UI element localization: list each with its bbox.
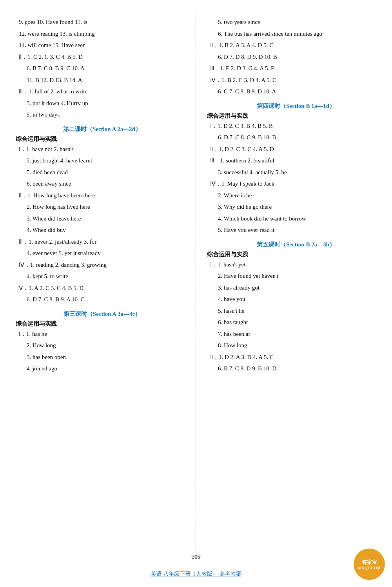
s5-I-5: 5. hasn't he (207, 306, 385, 316)
r-5: 5. two years since (207, 17, 385, 27)
watermark-line2: MXQE.COM (358, 566, 381, 570)
s5-I-4: 4. have you (207, 294, 385, 304)
section2-title: 第二课时（Section A 2a—2d） (16, 126, 189, 133)
s2-I-6: 6. been away since (16, 179, 189, 189)
s2-II-1: Ⅱ．1. How long have been there (16, 191, 189, 201)
s2-I-1-2: Ⅰ．1. have not 2. hasn't (16, 144, 189, 155)
s4-IV-1: Ⅳ．1. May I speak to Jack (207, 179, 385, 189)
r-IV-1-5: Ⅳ．1. B 2. C 3. D 4. A 5. C (207, 75, 385, 86)
r-III-1-5: Ⅲ．1. E 2. D 3. G 4. A 5. F (207, 64, 385, 74)
s3-I-2: 2. How long (16, 341, 189, 351)
page: 9. goes 10. Have found 11. is 12. were r… (0, 0, 392, 587)
section5-subtitle: 综合运用与实践 (207, 251, 385, 258)
s2-V-1-5: Ⅴ．1. A 2. C 3. C 4. B 5. D (16, 283, 189, 294)
s4-III-1-2: Ⅲ．1. southern 2. beautiful (207, 156, 385, 166)
s2-III-1-3: Ⅲ．1. never 2. just/already 3. for (16, 237, 189, 247)
s5-II-6-10: 6. B 7. C 8. D 9. B 10. D (207, 364, 385, 374)
s4-IV-3: 3. Why did he go there (207, 202, 385, 212)
s5-I-8: 8. How long (207, 341, 385, 351)
watermark-line1: 答案宝 (362, 559, 377, 566)
section3-title: 第三课时（Section A 3a—4c） (16, 310, 189, 318)
section4-title: 第四课时（Section B 1a—1d） (207, 102, 385, 110)
line-9-11: 9. goes 10. Have found 11. is (16, 17, 189, 27)
r-IV-6-10: 6. C 7. C 8. B 9. D 10. A (207, 87, 385, 97)
s5-II-1-5: Ⅱ．1. D 2. A 3. D 4. A 5. C (207, 352, 385, 363)
s2-I-5: 5. died been dead (16, 168, 189, 178)
s4-IV-5: 5. Have you ever read it (207, 225, 385, 235)
line-II-11-14: 11. B 12. D 13. B 14. A (16, 75, 189, 86)
s4-IV-2: 2. Where is he (207, 191, 385, 201)
s2-II-2: 2. How long has lived here (16, 202, 189, 212)
section2-subtitle: 综合运用与实践 (16, 135, 189, 143)
s4-II-1-5: Ⅱ．1. D 2. C 3. C 4. A 5. D (207, 144, 385, 155)
s5-I-3: 3. has already got (207, 283, 385, 293)
line-II-6-10: 6. B 7. C 8. B 9. C 10. A (16, 64, 189, 74)
s2-I-3-4: 3. just bought 4. have learnt (16, 156, 189, 166)
line-12-13: 12. were reading 13. is climbing (16, 29, 189, 39)
left-column: 9. goes 10. Have found 11. is 12. were r… (0, 12, 196, 553)
watermark: 答案宝 MXQE.COM (354, 549, 385, 580)
right-column: 5. two years since 6. The bus has arrive… (196, 12, 392, 553)
r-II-6-10: 6. D 7. D 8. D 9. D 10. B (207, 52, 385, 62)
line-III-3-4: 3. put it down 4. Hurry up (16, 98, 189, 109)
page-number: ·306· (0, 554, 392, 560)
s2-V-6-10: 6. D 7. C 8. B 9. A 10. C (16, 295, 189, 305)
line-14-15: 14. will come 15. Have seen (16, 40, 189, 51)
footer-text: 英语 八年级下册（人教版） 参考答案 (151, 571, 241, 577)
s3-I-1: Ⅰ．1. has he (16, 329, 189, 339)
s3-I-4: 4. joined ago (16, 364, 189, 374)
s2-IV-4-5: 4. kept 5. to write (16, 272, 189, 282)
section5-title: 第五课时（Section B 2a—3b） (207, 241, 385, 248)
line-II-1-5: Ⅱ．1. C 2. C 3. C 4. B 5. D (16, 52, 189, 62)
s4-I-6-10: 6. D 7. C 8. C 9. B 10. B (207, 133, 385, 143)
s4-IV-4: 4. Which book did he want to borrow (207, 214, 385, 224)
s5-I-6: 6. has taught (207, 317, 385, 328)
section3-subtitle: 综合运用与实践 (16, 320, 189, 328)
s4-III-3-5: 3. successful 4. actually 5. be (207, 168, 385, 178)
r-6: 6. The bus has arrived since ten minutes… (207, 29, 385, 39)
s5-I-7: 7. has been at (207, 329, 385, 339)
s2-II-4: 4. When did buy (16, 225, 189, 235)
footer: 英语 八年级下册（人教版） 参考答案 (0, 568, 392, 578)
line-III-1-2: Ⅲ．1. full of 2. what to write (16, 87, 189, 97)
s2-IV-1-3: Ⅳ．1. reading 2. dancing 3. growing (16, 260, 189, 270)
s5-I-1: Ⅰ．1. hasn't yet (207, 260, 385, 270)
s2-II-3: 3. When did leave here (16, 214, 189, 224)
line-III-5: 5. in two days (16, 110, 189, 120)
section4-subtitle: 综合运用与实践 (207, 112, 385, 120)
r-II-1-5: Ⅱ．1. B 2. A 3. A 4. D 5. C (207, 40, 385, 51)
s2-III-4-5: 4. ever never 5. yet just/already (16, 248, 189, 259)
s4-I-1-5: Ⅰ．1. D 2. C 3. B 4. B 5. B (207, 121, 385, 131)
s5-I-2: 2. Have found yet haven't (207, 271, 385, 281)
s3-I-3: 3. has been open (16, 352, 189, 363)
